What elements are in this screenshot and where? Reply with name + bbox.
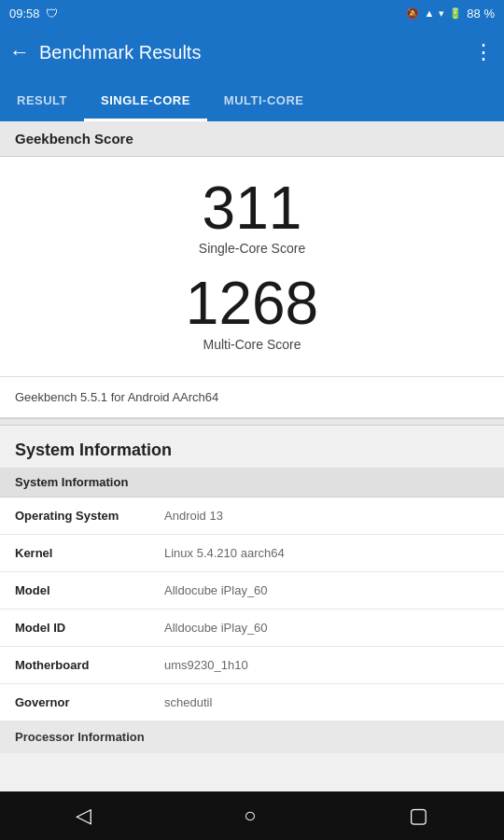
overflow-menu-button[interactable]: ⋮ (473, 40, 495, 64)
navigation-bar: ◁ ○ ▢ (0, 791, 504, 840)
battery-percent: 88 % (467, 7, 495, 21)
row-value-model-id: Alldocube iPlay_60 (164, 621, 268, 635)
system-info-rows: Operating System Android 13 Kernel Linux… (0, 497, 504, 753)
tab-result[interactable]: RESULT (0, 93, 84, 121)
status-bar: 09:58 🛡 🔕 ▲ ▾ 🔋 88 % (0, 0, 504, 26)
app-bar: ← Benchmark Results ⋮ (0, 26, 504, 78)
shield-icon: 🛡 (46, 7, 58, 21)
geekbench-version-info: Geekbench 5.5.1 for Android AArch64 (0, 377, 504, 418)
nav-recents-button[interactable]: ▢ (409, 804, 428, 828)
status-left: 09:58 🛡 (9, 7, 58, 21)
row-value-motherboard: ums9230_1h10 (164, 658, 248, 672)
nav-home-button[interactable]: ○ (244, 804, 256, 828)
row-key-kernel: Kernel (15, 546, 164, 560)
table-row: Governor schedutil (0, 684, 504, 721)
mute-icon: 🔕 (406, 7, 419, 20)
wifi-icon: ▾ (439, 7, 444, 20)
row-key-model-id: Model ID (15, 621, 164, 635)
app-bar-title: Benchmark Results (39, 42, 473, 63)
battery-icon: 🔋 (449, 7, 462, 20)
system-info-title: System Information (0, 426, 504, 468)
row-key-model: Model (15, 583, 164, 597)
tab-single-core[interactable]: SINGLE-CORE (84, 93, 207, 121)
single-core-label: Single-Core Score (199, 241, 305, 256)
single-core-score: 311 (203, 175, 302, 241)
multi-core-label: Multi-Core Score (203, 337, 301, 352)
row-value-os: Android 13 (164, 509, 223, 523)
back-button[interactable]: ← (9, 40, 30, 64)
geekbench-section-header: Geekbench Score (0, 121, 504, 157)
row-value-governor: schedutil (164, 695, 212, 709)
status-right: 🔕 ▲ ▾ 🔋 88 % (406, 7, 495, 21)
table-row: Processor Information (0, 721, 504, 753)
table-row: Model Alldocube iPlay_60 (0, 572, 504, 609)
table-row: Operating System Android 13 (0, 497, 504, 535)
score-area: 311 Single-Core Score 1268 Multi-Core Sc… (0, 157, 504, 377)
row-value-kernel: Linux 5.4.210 aarch64 (164, 546, 285, 560)
signal-icon: ▲ (424, 7, 434, 19)
tab-multi-core[interactable]: MULTI-CORE (207, 93, 321, 121)
row-key-governor: Governor (15, 695, 164, 709)
table-row: Kernel Linux 5.4.210 aarch64 (0, 535, 504, 572)
system-info-table-header: System Information (0, 468, 504, 497)
row-value-model: Alldocube iPlay_60 (164, 583, 268, 597)
row-key-processor-info: Processor Information (15, 730, 164, 744)
row-key-motherboard: Motherboard (15, 658, 164, 672)
time: 09:58 (9, 7, 40, 21)
table-row: Model ID Alldocube iPlay_60 (0, 609, 504, 647)
row-key-os: Operating System (15, 509, 164, 523)
divider (0, 418, 504, 426)
multi-core-score: 1268 (186, 271, 318, 336)
nav-back-button[interactable]: ◁ (76, 804, 91, 828)
tab-bar: RESULT SINGLE-CORE MULTI-CORE (0, 78, 504, 121)
table-row: Motherboard ums9230_1h10 (0, 647, 504, 684)
